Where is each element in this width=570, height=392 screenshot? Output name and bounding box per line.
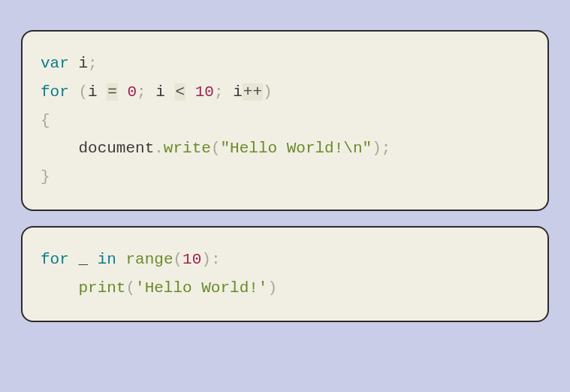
open-paren: ( <box>125 279 135 297</box>
number-zero: 0 <box>127 83 137 101</box>
string-literal: 'Hello World!' <box>135 279 267 297</box>
print-function: print <box>78 279 125 297</box>
javascript-code-block: var i; for (i = 0; i < 10; i++) { docume… <box>21 30 549 211</box>
range-function: range <box>125 251 173 268</box>
semicolon: ; <box>382 140 391 157</box>
variable-i: i <box>155 83 165 101</box>
variable-i: i <box>78 55 88 72</box>
string-literal: "Hello World!\n" <box>220 140 372 157</box>
underscore-variable: _ <box>78 251 88 268</box>
less-than-operator: < <box>175 83 186 101</box>
semicolon: ; <box>137 83 146 101</box>
close-paren: ) <box>372 140 382 157</box>
open-paren: ( <box>173 251 182 268</box>
semicolon: ; <box>88 55 98 72</box>
variable-i: i <box>88 83 98 101</box>
indent <box>41 279 78 297</box>
open-brace: { <box>41 112 50 129</box>
var-keyword: var <box>41 55 69 72</box>
in-keyword: in <box>98 251 116 268</box>
for-keyword: for <box>41 83 69 101</box>
number-ten: 10 <box>182 251 201 268</box>
plus-plus-operator: ++ <box>243 83 263 101</box>
close-paren: ) <box>201 251 211 268</box>
close-brace: } <box>41 168 50 185</box>
dot-operator: . <box>154 140 164 157</box>
semicolon: ; <box>214 83 224 101</box>
open-paren: ( <box>211 140 221 157</box>
equals-operator: = <box>107 83 118 101</box>
indent <box>41 140 78 157</box>
for-keyword: for <box>41 251 69 268</box>
write-method: write <box>164 140 211 157</box>
variable-i: i <box>233 83 243 101</box>
python-code-block: for _ in range(10): print('Hello World!'… <box>21 226 549 322</box>
open-paren: ( <box>78 83 88 101</box>
colon: : <box>211 251 221 268</box>
document-object: document <box>78 140 154 157</box>
close-paren: ) <box>267 279 277 297</box>
number-ten: 10 <box>195 83 214 101</box>
close-paren: ) <box>263 83 273 101</box>
